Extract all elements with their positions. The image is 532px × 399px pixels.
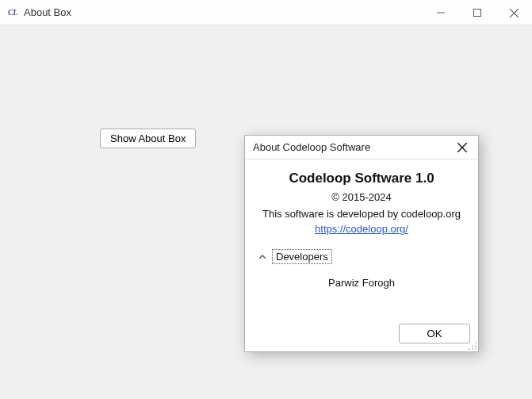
window-body: Show About Box About Codeloop Software C… <box>0 25 532 399</box>
app-icon: CL <box>6 6 19 19</box>
dialog-close-button[interactable] <box>453 138 472 157</box>
minimize-button[interactable] <box>423 0 459 25</box>
minimize-icon <box>437 9 445 17</box>
description-text: This software is developed by codeloop.o… <box>262 208 461 220</box>
window-buttons <box>423 0 532 25</box>
developers-section-header[interactable]: Developers <box>258 249 332 264</box>
dialog-title: About Codeloop Software <box>253 141 453 153</box>
show-about-button[interactable]: Show About Box <box>100 129 196 148</box>
maximize-icon <box>473 9 481 17</box>
about-dialog: About Codeloop Software Codeloop Softwar… <box>244 135 479 352</box>
window-title: About Box <box>24 6 423 18</box>
chevron-up-icon <box>258 252 267 262</box>
close-button[interactable] <box>496 0 532 25</box>
close-icon <box>457 143 467 152</box>
developer-name: Parwiz Forogh <box>328 277 395 289</box>
dialog-body: Codeloop Software 1.0 © 2015-2024 This s… <box>245 159 478 317</box>
main-titlebar: CL About Box <box>0 0 532 25</box>
developers-label: Developers <box>272 249 332 264</box>
website-link[interactable]: https://codeloop.org/ <box>315 223 408 235</box>
dialog-titlebar: About Codeloop Software <box>245 136 478 159</box>
close-icon <box>510 9 519 17</box>
copyright-text: © 2015-2024 <box>331 191 391 203</box>
app-title: Codeloop Software 1.0 <box>289 171 434 186</box>
dialog-footer: OK <box>245 317 478 351</box>
ok-button[interactable]: OK <box>399 324 470 343</box>
svg-rect-1 <box>474 10 481 17</box>
maximize-button[interactable] <box>459 0 496 25</box>
